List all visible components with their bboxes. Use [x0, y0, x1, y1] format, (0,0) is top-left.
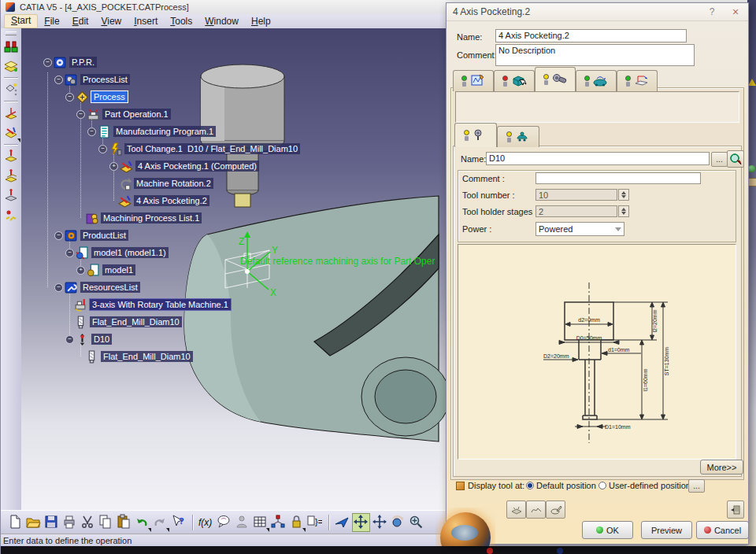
tool-comment-input[interactable]	[536, 172, 701, 184]
menu-item-tools[interactable]: Tools	[164, 15, 198, 28]
dropdown-arrow-icon[interactable]	[148, 528, 151, 532]
redo-icon[interactable]	[152, 514, 169, 531]
tree-row[interactable]: −ProductList	[54, 227, 128, 244]
fit-all-in-icon[interactable]	[352, 513, 370, 532]
facing-icon[interactable]	[2, 148, 20, 165]
save-icon[interactable]	[43, 514, 60, 531]
open-folder-icon[interactable]	[25, 514, 42, 531]
tool-preview-button[interactable]	[506, 500, 526, 519]
menu-item-help[interactable]: Help	[245, 15, 277, 28]
design-table-icon[interactable]	[252, 514, 269, 531]
tool-assembly-sub-tab[interactable]	[497, 126, 539, 147]
tree-item-label[interactable]: ProcessList	[80, 74, 130, 85]
menu-item-edit[interactable]: Edit	[66, 15, 95, 28]
tool-holder-input[interactable]: 2	[536, 205, 617, 217]
tree-item-label[interactable]: D10	[91, 334, 112, 345]
tool-simulate-button[interactable]	[526, 500, 546, 519]
tree-row[interactable]: −Part Operation.1	[76, 105, 171, 123]
zoom-in-icon[interactable]	[408, 514, 424, 531]
copy-icon[interactable]	[98, 514, 114, 531]
catalog-browser-button[interactable]	[727, 500, 744, 519]
collapse-knob[interactable]: −	[65, 335, 74, 344]
tree-row[interactable]: Machine Rotation.2	[109, 175, 213, 192]
rotate-icon[interactable]	[390, 514, 406, 531]
roughing-icon[interactable]	[2, 168, 20, 185]
formula-fx-icon[interactable]: f(x)	[198, 514, 214, 531]
collapse-knob[interactable]: −	[54, 283, 63, 292]
menu-item-file[interactable]: File	[38, 15, 65, 28]
tool-browse-button[interactable]: ...	[711, 152, 728, 167]
profile-contouring-icon[interactable]	[2, 187, 20, 205]
tree-item-label[interactable]: Flat_End_Mill_Diam10	[101, 351, 193, 362]
undo-icon[interactable]	[134, 514, 150, 531]
tree-item-label[interactable]: 3-axis With Rotary Table Machine.1	[90, 299, 231, 310]
machining-axis-icon[interactable]	[2, 81, 20, 98]
tree-row[interactable]: Flat_End_Mill_Diam10	[65, 313, 182, 331]
tree-item-label[interactable]: ProductList	[80, 230, 128, 241]
toolbar-grip[interactable]	[6, 31, 17, 35]
collapse-knob[interactable]: −	[87, 127, 96, 136]
tree-row[interactable]: −ProcessList	[54, 71, 130, 88]
tool-query-button[interactable]	[727, 150, 744, 168]
person-icon[interactable]	[234, 514, 250, 531]
tree-item-label[interactable]: Process	[91, 91, 128, 102]
tree-row[interactable]: −Tool Change.1 D10 / Flat_End_Mill_Diam1…	[98, 140, 300, 157]
tree-row[interactable]: −Manufacturing Program.1	[87, 123, 216, 140]
tool-sub-tab[interactable]	[454, 123, 497, 147]
tree-item-label[interactable]: Flat_End_Mill_Diam10	[90, 316, 182, 327]
tree-item-label[interactable]: 4 Axis Pocketing.2	[134, 195, 209, 206]
product-graph-icon[interactable]	[270, 514, 287, 531]
stock-icon[interactable]	[2, 57, 20, 75]
tree-row[interactable]: +model1	[76, 261, 135, 279]
more-button[interactable]: More>>	[700, 460, 743, 475]
default-position-radio[interactable]	[526, 482, 534, 489]
collapse-knob[interactable]: −	[76, 110, 85, 119]
preview-button[interactable]: Preview	[641, 521, 692, 539]
collapse-knob[interactable]: −	[65, 249, 74, 257]
pocketing-icon[interactable]	[2, 124, 20, 142]
tree-row[interactable]: −P.P.R.	[43, 54, 97, 71]
user-defined-position-radio[interactable]	[598, 482, 606, 489]
whats-this-icon[interactable]: ?	[170, 514, 187, 531]
tool-holder-spinner[interactable]	[618, 205, 629, 217]
lock-icon[interactable]	[288, 514, 305, 531]
cut-icon[interactable]	[80, 514, 96, 531]
new-document-icon[interactable]	[7, 514, 24, 531]
multi-axis-flank-icon[interactable]	[2, 207, 20, 224]
tool-number-spinner[interactable]	[618, 189, 629, 201]
menu-item-window[interactable]: Window	[198, 15, 245, 28]
tree-row[interactable]: 4 Axis Pocketing.2	[109, 192, 209, 209]
tree-item-label[interactable]: Machine Rotation.2	[134, 178, 213, 189]
menu-item-insert[interactable]: Insert	[128, 15, 164, 28]
tree-item-label[interactable]: model1	[102, 264, 135, 275]
tree-item-label[interactable]: Machining Process List.1	[101, 212, 202, 223]
taskbar-icon-blue[interactable]	[557, 548, 563, 554]
position-browse-button[interactable]: ...	[688, 479, 705, 493]
collapse-knob[interactable]: −	[65, 93, 74, 102]
parameters-icon[interactable]: }=	[306, 514, 323, 531]
collapse-knob[interactable]: −	[54, 76, 63, 84]
tree-item-label[interactable]: ResourcesList	[80, 282, 140, 293]
cancel-button[interactable]: Cancel	[696, 521, 749, 539]
collapse-knob[interactable]: −	[98, 145, 107, 153]
menu-item-start[interactable]: Start	[4, 14, 38, 28]
dropdown-arrow-icon[interactable]	[266, 528, 269, 532]
tool-name-input[interactable]: D10	[486, 152, 710, 165]
power-select[interactable]: Powered	[536, 222, 624, 236]
taskbar-icon-red[interactable]	[487, 548, 493, 554]
tree-item-label[interactable]: P.P.R.	[69, 57, 97, 68]
menu-item-view[interactable]: View	[94, 15, 128, 28]
expand-knob[interactable]: +	[76, 266, 85, 275]
tool-number-input[interactable]: 10	[536, 189, 617, 201]
fly-mode-icon[interactable]	[334, 514, 350, 531]
tree-row[interactable]: −D10	[65, 331, 112, 348]
tool-edit-button[interactable]	[546, 500, 565, 519]
paste-icon[interactable]	[116, 514, 132, 531]
tree-item-label[interactable]: Manufacturing Program.1	[113, 126, 216, 137]
tree-item-label[interactable]: Tool Change.1 D10 / Flat_End_Mill_Diam10	[124, 143, 300, 154]
tree-row[interactable]: −model1 (model1.1)	[65, 244, 169, 261]
dropdown-arrow-icon[interactable]	[302, 528, 306, 532]
tree-row[interactable]: Flat_End_Mill_Diam10	[76, 348, 193, 365]
tree-item-label[interactable]: 4 Axis Pocketing.1 (Computed)	[135, 161, 259, 172]
tree-row[interactable]: −Process	[65, 88, 128, 105]
